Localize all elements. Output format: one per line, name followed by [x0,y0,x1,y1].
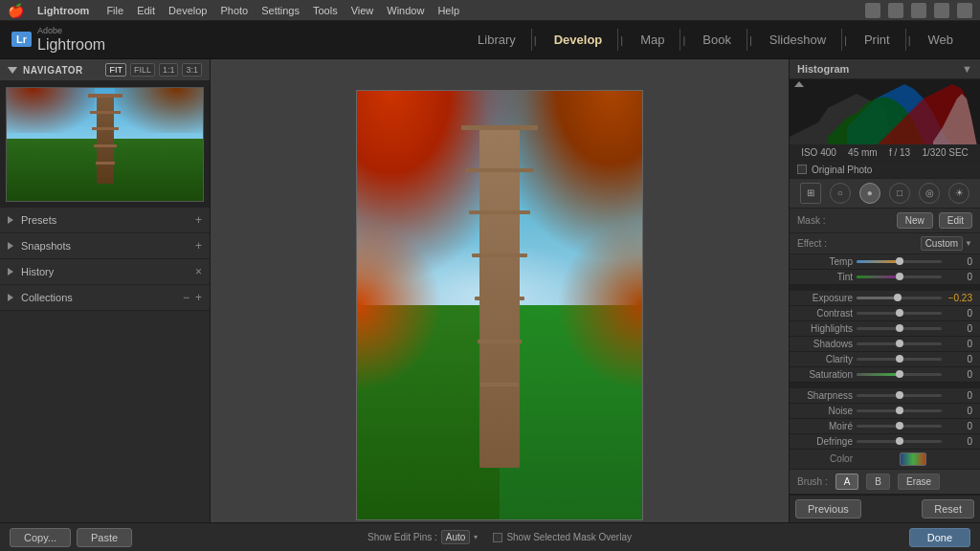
moire-label: Moiré [797,421,853,431]
copy-button[interactable]: Copy... [10,528,71,547]
color-swatch[interactable] [900,452,926,466]
slider-noise: Noise 0 [790,404,980,419]
collections-add-icon[interactable]: + [195,291,202,304]
bottom-center: Show Edit Pins : Auto ▾ Show Selected Ma… [211,530,789,544]
exif-row: ISO 400 45 mm f / 13 1/320 SEC [790,144,980,162]
exposure-track[interactable] [857,297,942,299]
exposure-thumb[interactable] [894,294,902,301]
tool-square-icon[interactable]: □ [889,183,910,204]
tool-sun-icon[interactable]: ☀ [948,183,969,204]
sharpness-track[interactable] [857,394,942,397]
menu-tools[interactable]: Tools [313,5,338,16]
mask-overlay-checkbox[interactable] [493,533,502,542]
apple-menu[interactable]: 🍎 [8,3,24,18]
presets-triangle-icon [8,216,13,224]
zoom-3-1[interactable]: 3:1 [182,63,202,77]
tool-brush-icon[interactable]: ● [859,183,880,204]
moire-thumb[interactable] [896,422,903,430]
tool-target-icon[interactable]: ◎ [919,183,940,204]
brush-b-button[interactable]: B [866,474,890,490]
menu-edit[interactable]: Edit [137,5,155,16]
zoom-1-1[interactable]: 1:1 [159,63,179,77]
history-section[interactable]: History × [0,259,210,285]
tab-web[interactable]: Web [913,29,969,51]
snapshots-triangle-icon [8,242,13,250]
tool-icons-row: ⊞ ○ ● □ ◎ ☀ [790,179,980,209]
tab-print[interactable]: Print [849,29,906,51]
previous-button[interactable]: Previous [795,499,861,518]
slider-temp: Temp 0 [790,254,980,270]
bottom-right: Done [789,528,980,547]
histogram-menu-icon[interactable]: ▼ [962,63,972,75]
tool-circle-icon[interactable]: ○ [830,183,851,204]
navigator-thumbnail[interactable] [0,81,210,208]
menu-help[interactable]: Help [437,5,459,16]
system-icon-5 [957,3,972,18]
menu-photo[interactable]: Photo [220,5,248,16]
temp-thumb[interactable] [896,257,903,265]
defringe-thumb[interactable] [896,437,903,445]
navigator-header[interactable]: Navigator FIT FILL 1:1 3:1 [0,59,210,81]
snapshots-add-icon[interactable]: + [195,239,202,253]
collections-remove-icon[interactable]: − [183,291,189,304]
navigator-label: Navigator [23,65,83,76]
shadows-thumb[interactable] [896,340,903,347]
shadows-track[interactable] [857,342,942,345]
bottom-bar: Copy... Paste Show Edit Pins : Auto ▾ Sh… [0,522,980,551]
temp-track[interactable] [857,260,942,263]
defringe-track[interactable] [857,440,942,443]
app-name-menu[interactable]: Lightroom [37,5,89,16]
contrast-thumb[interactable] [896,309,903,317]
contrast-track[interactable] [857,312,942,315]
tab-develop[interactable]: Develop [539,29,619,51]
paste-button[interactable]: Paste [77,528,132,547]
menu-develop[interactable]: Develop [168,5,207,16]
defringe-label: Defringe [797,436,853,447]
effect-dropdown[interactable]: Custom [921,236,963,251]
tint-label: Tint [797,272,853,282]
tint-thumb[interactable] [896,273,903,280]
saturation-thumb[interactable] [896,370,903,378]
clarity-thumb[interactable] [896,355,903,363]
main-area: Navigator FIT FILL 1:1 3:1 [0,59,980,551]
new-mask-button[interactable]: New [897,212,933,229]
edit-pins-value[interactable]: Auto [441,530,471,544]
tab-library[interactable]: Library [462,29,532,51]
history-close-icon[interactable]: × [195,265,202,278]
menu-file[interactable]: File [106,5,123,16]
zoom-fit[interactable]: FIT [105,63,126,77]
snapshots-section[interactable]: Snapshots + [0,233,210,259]
saturation-track[interactable] [857,373,942,376]
panel-bottom-actions: Previous Reset [790,495,980,522]
noise-thumb[interactable] [896,407,903,414]
effect-row: Effect : Custom ▼ [790,233,980,254]
tab-slideshow[interactable]: Slideshow [754,29,842,51]
original-photo-checkbox[interactable] [797,165,807,174]
highlights-track[interactable] [857,327,942,330]
done-button[interactable]: Done [909,528,970,547]
system-icon-1 [865,3,880,18]
reset-button[interactable]: Reset [922,499,974,518]
menu-window[interactable]: Window [387,5,424,16]
highlights-thumb[interactable] [896,324,903,332]
sharpness-thumb[interactable] [896,391,903,399]
brush-a-button[interactable]: A [835,474,859,490]
tab-book[interactable]: Book [687,29,747,51]
tool-grid-icon[interactable]: ⊞ [800,183,821,204]
brush-erase-button[interactable]: Erase [898,474,940,490]
clarity-track[interactable] [857,358,942,361]
menu-settings[interactable]: Settings [261,5,300,16]
shadows-label: Shadows [797,339,853,349]
zoom-fill[interactable]: FILL [130,63,155,77]
slider-tint: Tint 0 [790,270,980,285]
edit-mask-button[interactable]: Edit [939,212,972,229]
tint-track[interactable] [857,276,942,278]
presets-section[interactable]: Presets + [0,208,210,233]
noise-track[interactable] [857,409,942,412]
presets-add-icon[interactable]: + [195,213,202,227]
moire-track[interactable] [857,425,942,428]
collections-section[interactable]: Collections − + [0,285,210,311]
tab-map[interactable]: Map [625,29,680,51]
menu-view[interactable]: View [351,5,374,16]
clarity-label: Clarity [797,354,853,364]
